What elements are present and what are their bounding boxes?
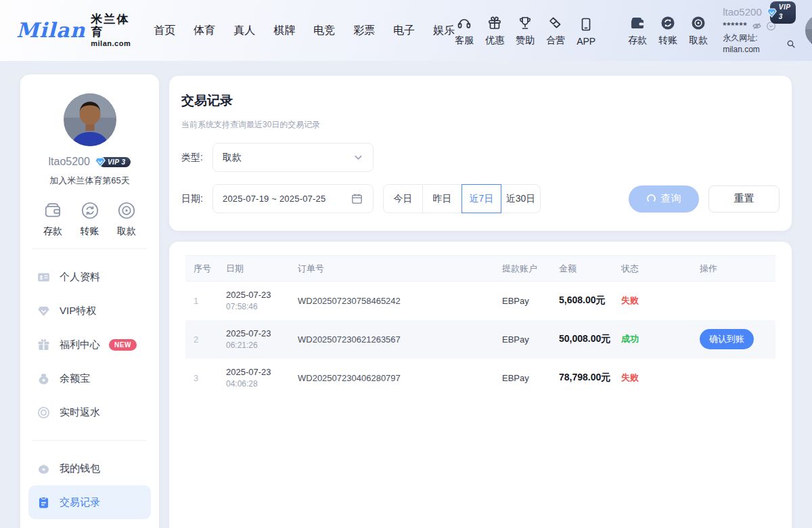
headset-icon <box>456 15 472 31</box>
quick-action-withdraw[interactable]: 取款 <box>109 200 144 238</box>
row-index: 3 <box>185 359 218 397</box>
trophy-icon <box>517 15 533 31</box>
row-index: 2 <box>185 320 218 359</box>
chevron-down-icon <box>353 152 363 162</box>
row-action-cell <box>692 359 775 397</box>
header-action-deposit[interactable]: 存款 <box>628 15 647 47</box>
row-amount: 50,008.00元 <box>551 320 613 359</box>
quick-action-deposit[interactable]: 存款 <box>35 200 70 238</box>
eye-off-icon[interactable] <box>752 21 762 31</box>
col-header-index: 序号 <box>185 256 218 282</box>
status-badge: 失败 <box>613 359 692 397</box>
brand-logo[interactable]: Milan 米兰体育 milan.com <box>16 14 131 47</box>
row-action-cell: 确认到账 <box>692 320 775 359</box>
confirm-received-button[interactable]: 确认到账 <box>700 329 754 349</box>
money-pot-icon <box>37 372 51 386</box>
sidebar-menu-records: 我的钱包 交易记录 投注记录 <box>28 452 151 528</box>
table-row: 1 2025-07-23 07:58:46 WD2025072307584652… <box>185 282 775 320</box>
header-action-transfer[interactable]: 转账 <box>658 15 677 47</box>
main-content: 交易记录 当前系统支持查询最近30日的交易记录 类型: 取款 日期: 2025-… <box>169 76 792 528</box>
transfer-circle-icon <box>660 15 676 31</box>
nav-esports[interactable]: 电竞 <box>313 24 335 38</box>
nav-home[interactable]: 首页 <box>154 24 175 38</box>
row-datetime: 2025-07-23 06:21:26 <box>218 320 290 359</box>
row-order-number: WD202507230621263567 <box>290 320 494 359</box>
header-action-withdraw[interactable]: 取款 <box>689 15 708 47</box>
profile-vip-badge: VIP 3 <box>94 156 131 167</box>
sidebar-item-transactions[interactable]: 交易记录 <box>28 485 151 519</box>
row-order-number: WD202507230758465242 <box>290 282 494 320</box>
row-order-number: WD202507230406280797 <box>290 359 494 397</box>
query-button[interactable]: 查询 <box>629 185 699 213</box>
brand-logo-script: Milan <box>16 20 85 41</box>
type-select-value: 取款 <box>223 152 242 164</box>
rebate-rings-icon <box>37 405 51 420</box>
range-7days-button[interactable]: 近7日 <box>461 184 501 213</box>
quick-action-transfer[interactable]: 转账 <box>72 200 108 238</box>
gift-filled-icon <box>37 338 51 352</box>
sidebar-item-welfare[interactable]: 福利中心 NEW <box>28 328 151 361</box>
row-amount: 78,798.00元 <box>551 359 613 397</box>
nav-slots[interactable]: 电子 <box>393 24 415 38</box>
status-badge: 成功 <box>613 320 692 359</box>
col-header-order: 订单号 <box>290 256 494 282</box>
col-header-date: 日期 <box>218 256 290 282</box>
sidebar-quick-actions: 存款 转账 取款 <box>28 200 151 238</box>
table-row: 3 2025-07-23 04:06:28 WD2025072304062807… <box>185 359 775 397</box>
row-datetime: 2025-07-23 04:06:28 <box>218 359 290 397</box>
date-range-input[interactable]: 2025-07-19 ~ 2025-07-25 <box>212 184 374 213</box>
date-label: 日期: <box>181 193 212 205</box>
sidebar-item-profile[interactable]: 个人资料 <box>28 260 151 294</box>
header-action-sponsor[interactable]: 赞助 <box>516 15 535 47</box>
sidebar-item-bets[interactable]: 投注记录 <box>28 519 151 528</box>
header-action-service[interactable]: 客服 <box>455 15 474 47</box>
header-actions: 客服 优惠 赞助 合营 APP 存款 转账 取款 <box>455 15 708 47</box>
row-amount: 5,608.00元 <box>551 282 613 320</box>
brand-domain: milan.com <box>91 39 131 47</box>
user-info-block: ltao5200 VIP 3 ****** 永久网址: milan.com <box>723 5 796 56</box>
nav-board-games[interactable]: 棋牌 <box>273 24 295 38</box>
page-note: 当前系统支持查询最近30日的交易记录 <box>181 119 780 131</box>
sidebar-item-rebate[interactable]: 实时返水 <box>28 395 151 429</box>
header-action-partner[interactable]: 合营 <box>546 15 565 47</box>
range-yesterday-button[interactable]: 昨日 <box>422 184 462 213</box>
joined-days-label: 加入米兰体育第65天 <box>28 175 151 187</box>
transactions-table: 序号 日期 订单号 提款账户 金额 状态 操作 1 2025-07-23 07:… <box>185 255 775 397</box>
user-avatar[interactable] <box>805 14 812 47</box>
nav-sports[interactable]: 体育 <box>194 24 215 38</box>
type-label: 类型: <box>181 152 212 164</box>
withdraw-circle-icon <box>690 15 706 31</box>
sidebar-item-vip[interactable]: VIP特权 <box>28 294 151 328</box>
sidebar-item-wallet[interactable]: 我的钱包 <box>28 452 151 485</box>
reset-button[interactable]: 重置 <box>708 185 780 213</box>
magnifier-icon[interactable] <box>786 39 796 49</box>
main-nav: 首页 体育 真人 棋牌 电竞 彩票 电子 娱乐 <box>154 24 455 38</box>
col-header-account: 提款账户 <box>494 256 551 282</box>
gift-icon <box>487 15 503 31</box>
type-select[interactable]: 取款 <box>212 143 374 172</box>
id-card-icon <box>37 270 51 284</box>
sidebar-divider <box>32 440 147 441</box>
vip-diamond-icon <box>766 7 777 18</box>
date-quick-range-group: 今日 昨日 近7日 近30日 <box>383 184 541 213</box>
phone-icon <box>578 16 594 32</box>
col-header-action: 操作 <box>692 256 775 282</box>
filter-card: 交易记录 当前系统支持查询最近30日的交易记录 类型: 取款 日期: 2025-… <box>169 76 792 231</box>
range-30days-button[interactable]: 近30日 <box>501 184 541 213</box>
profile-avatar[interactable] <box>64 93 116 146</box>
sidebar-divider <box>32 248 147 249</box>
top-header: Milan 米兰体育 milan.com 首页 体育 真人 棋牌 电竞 彩票 电… <box>0 0 812 61</box>
row-account: EBPay <box>494 320 551 359</box>
nav-lottery[interactable]: 彩票 <box>353 24 375 38</box>
records-table-card: 序号 日期 订单号 提款账户 金额 状态 操作 1 2025-07-23 07:… <box>169 242 792 528</box>
profile-username: ltao5200 <box>49 156 90 168</box>
header-action-promo[interactable]: 优惠 <box>485 15 504 47</box>
nav-live[interactable]: 真人 <box>233 24 255 38</box>
header-action-app[interactable]: APP <box>577 16 595 47</box>
sidebar-item-yuebao[interactable]: 余额宝 <box>28 361 151 395</box>
sidebar-menu-account: 个人资料 VIP特权 福利中心 NEW 余额宝 实时返水 <box>28 260 151 429</box>
nav-entertainment[interactable]: 娱乐 <box>433 24 455 38</box>
range-today-button[interactable]: 今日 <box>383 184 423 213</box>
loading-spinner-icon <box>647 194 656 203</box>
brand-name: 米兰体育 <box>91 14 131 39</box>
